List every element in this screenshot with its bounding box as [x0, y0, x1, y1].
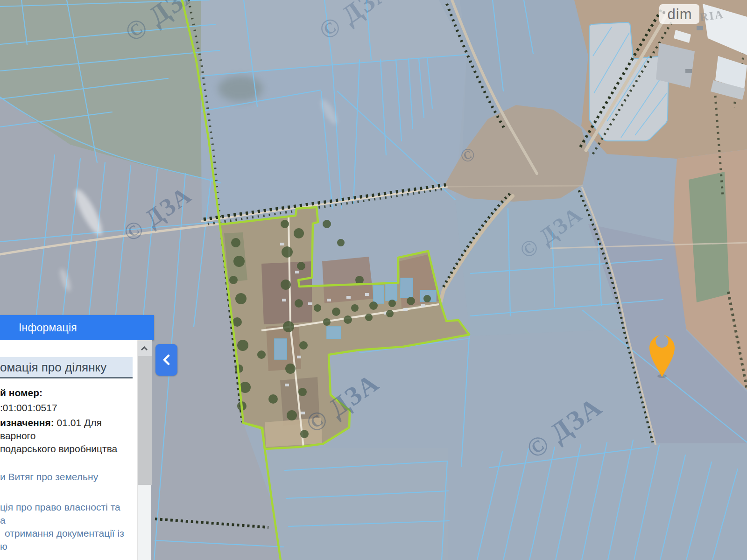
link-ownership-info[interactable]: ція про право власності та	[0, 502, 120, 513]
panel-title: Інформація	[19, 322, 77, 334]
cadastral-map-app: © ДЗА © ДЗА © ДЗА © ДЗА © ДЗА © ДЗА © di…	[0, 0, 747, 560]
info-panel-header: Інформація	[0, 315, 154, 340]
section-heading-band: омація про ділянку	[0, 357, 133, 378]
cadastral-number-value: :01:001:0517	[0, 402, 57, 413]
info-panel-body: омація про ділянку й номер: :01:001:0517…	[0, 340, 137, 560]
link-documentation-cont[interactable]: ю	[0, 541, 7, 552]
link-land-extract[interactable]: и Витяг про земельну	[0, 471, 98, 483]
scrollbar-thumb[interactable]	[138, 356, 152, 485]
section-heading: омація про ділянку	[0, 360, 133, 375]
cadastral-number-label: й номер:	[0, 387, 42, 399]
scroll-up-button[interactable]	[138, 340, 152, 356]
brand-dim-label: dim	[668, 6, 692, 22]
purpose-line2: варного	[0, 430, 35, 441]
chevron-left-icon	[162, 353, 171, 367]
panel-collapse-button[interactable]	[155, 344, 177, 376]
chevron-up-icon	[141, 346, 148, 353]
link-ownership-info-cont[interactable]: а	[0, 515, 6, 526]
purpose-line3: подарського виробництва	[0, 443, 117, 455]
purpose-line: изначення: 01.01 Для	[0, 417, 102, 428]
link-documentation[interactable]: отримання документації із	[5, 528, 124, 539]
panel-scrollbar[interactable]	[137, 340, 151, 560]
